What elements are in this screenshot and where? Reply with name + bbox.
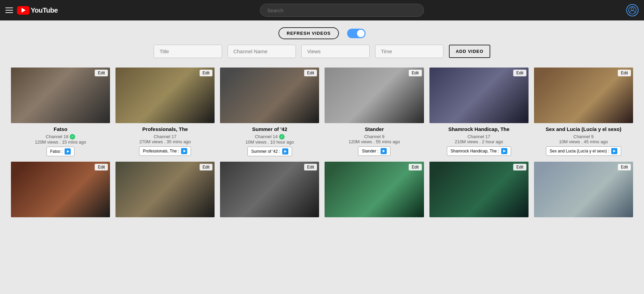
video-link-button[interactable]: Stander : — [358, 146, 390, 156]
play-icon — [181, 148, 187, 154]
video-card: Edit — [322, 159, 426, 220]
refresh-videos-button[interactable]: REFRESH VIDEOS — [278, 27, 339, 39]
video-card: EditShamrock Handicap, TheChannel 17210M… — [427, 65, 531, 159]
video-meta: 10M views . 10 hour ago — [246, 139, 294, 145]
video-title: Fatso — [54, 126, 67, 133]
filter-row: ADD VIDEO — [0, 45, 644, 65]
edit-button[interactable]: Edit — [304, 164, 317, 171]
video-grid: EditFatsoChannel 18✓120M views . 15 mins… — [0, 65, 644, 220]
video-link-button[interactable]: Sex and Lucia (Lucía y el sexo) : — [546, 146, 621, 156]
video-channel: Channel 14✓ — [255, 134, 285, 139]
video-card: Edit — [531, 159, 636, 220]
edit-button[interactable]: Edit — [513, 164, 526, 171]
video-title: Professionals, The — [142, 126, 188, 133]
header-right — [626, 4, 639, 16]
search-input[interactable] — [260, 4, 424, 17]
play-icon — [611, 148, 617, 154]
video-thumbnail: Edit — [115, 68, 215, 123]
video-card: EditSex and Lucia (Lucía y el sexo)Chann… — [531, 65, 636, 159]
video-title: Sex and Lucia (Lucía y el sexo) — [546, 126, 621, 133]
video-thumbnail: Edit — [325, 68, 424, 123]
edit-button[interactable]: Edit — [618, 164, 631, 171]
verified-icon: ✓ — [279, 134, 285, 139]
toggle-slider — [347, 29, 366, 38]
svg-point-0 — [631, 8, 634, 10]
video-thumbnail: Edit — [429, 68, 529, 123]
video-title: Summer of '42 — [252, 126, 287, 133]
video-channel: Channel 17 — [154, 134, 177, 139]
video-link-button[interactable]: Professionals, The : — [139, 146, 191, 156]
video-card: Edit — [217, 159, 322, 220]
edit-button[interactable]: Edit — [409, 164, 422, 171]
youtube-logo[interactable]: YouTube — [17, 6, 58, 15]
video-meta: 10M views . 45 mins ago — [559, 139, 608, 144]
video-channel: Channel 9 — [573, 134, 593, 139]
user-icon — [628, 6, 636, 14]
video-card: EditProfessionals, TheChannel 17270M vie… — [113, 65, 217, 159]
video-thumbnail: Edit — [534, 68, 633, 123]
play-icon — [381, 148, 387, 154]
video-meta: 120M views . 15 mins ago — [35, 139, 86, 145]
hamburger-menu[interactable] — [5, 8, 13, 13]
video-title: Shamrock Handicap, The — [448, 126, 509, 133]
views-filter-input[interactable] — [301, 45, 370, 58]
video-thumbnail: Edit — [325, 162, 424, 217]
title-filter-input[interactable] — [154, 45, 222, 58]
edit-button[interactable]: Edit — [200, 70, 213, 76]
video-channel: Channel 9 — [364, 134, 384, 139]
video-card: EditSummer of '42Channel 14✓10M views . … — [217, 65, 322, 159]
video-thumbnail: Edit — [220, 68, 319, 123]
play-icon — [501, 148, 507, 154]
video-card: EditStanderChannel 9120M views . 55 mins… — [322, 65, 426, 159]
video-link-button[interactable]: Shamrock Handicap, The : — [447, 146, 511, 156]
youtube-text: YouTube — [31, 6, 58, 14]
video-thumbnail: Edit — [11, 68, 110, 123]
video-thumbnail: Edit — [534, 162, 633, 217]
video-card: Edit — [427, 159, 531, 220]
video-meta: 270M views . 35 mins ago — [139, 139, 191, 144]
video-meta: 120M views . 55 mins ago — [348, 139, 400, 144]
edit-button[interactable]: Edit — [409, 70, 422, 76]
video-card: Edit — [113, 159, 217, 220]
video-thumbnail: Edit — [220, 162, 319, 217]
video-link-button[interactable]: Fatso : — [46, 147, 75, 156]
theme-toggle[interactable] — [347, 29, 366, 38]
video-thumbnail: Edit — [429, 162, 529, 217]
edit-button[interactable]: Edit — [618, 70, 631, 76]
video-meta: 210M views . 2 hour ago — [455, 139, 503, 144]
header-left: YouTube — [5, 6, 58, 15]
edit-button[interactable]: Edit — [304, 70, 317, 76]
video-card: EditFatsoChannel 18✓120M views . 15 mins… — [8, 65, 113, 159]
time-filter-input[interactable] — [375, 45, 443, 58]
avatar-button[interactable] — [626, 4, 639, 16]
video-card: Edit — [8, 159, 113, 220]
play-icon — [282, 148, 288, 155]
video-thumbnail: Edit — [11, 162, 110, 217]
video-channel: Channel 18✓ — [46, 134, 76, 139]
channel-filter-input[interactable] — [228, 45, 296, 58]
video-thumbnail: Edit — [115, 162, 215, 217]
header-center — [58, 4, 626, 17]
verified-icon: ✓ — [70, 134, 75, 139]
edit-button[interactable]: Edit — [95, 70, 108, 76]
play-icon — [65, 148, 71, 155]
controls-bar: REFRESH VIDEOS — [0, 20, 644, 45]
edit-button[interactable]: Edit — [95, 164, 108, 171]
toggle-wrap — [347, 29, 366, 38]
youtube-icon — [17, 6, 29, 15]
add-video-button[interactable]: ADD VIDEO — [449, 45, 490, 58]
video-channel: Channel 17 — [467, 134, 490, 139]
edit-button[interactable]: Edit — [513, 70, 526, 76]
video-title: Stander — [365, 126, 384, 133]
header: YouTube — [0, 0, 644, 20]
video-link-button[interactable]: Summer of '42 : — [247, 147, 292, 156]
edit-button[interactable]: Edit — [200, 164, 213, 171]
